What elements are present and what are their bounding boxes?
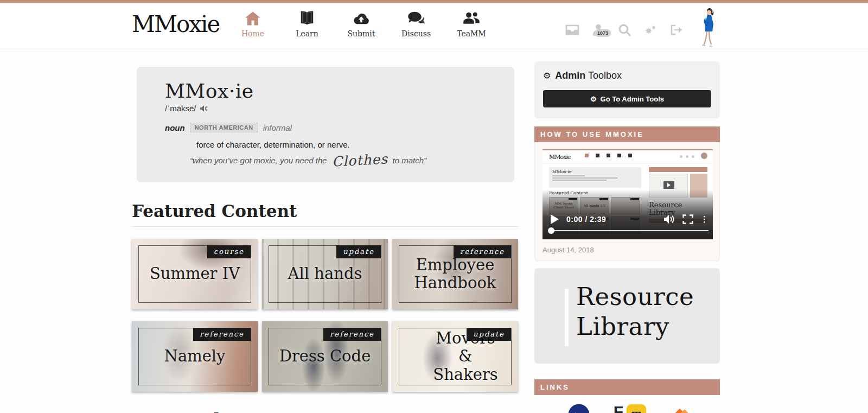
featured-card-movers-shakers[interactable]: update Movers & Shakers (392, 321, 518, 392)
resource-library-card[interactable]: ResourceLibrary (534, 268, 720, 364)
navy-mountain-logo[interactable] (561, 404, 596, 413)
pronunciation-text: /ˈmäksē/ (165, 104, 196, 113)
nav-item-discuss[interactable]: Discuss (401, 9, 431, 38)
to-complete-heading: To Complete (132, 410, 519, 413)
settings-gears-icon[interactable] (643, 23, 658, 37)
f-yellow-car-logo[interactable]: F (614, 404, 648, 413)
card-title: Dress Code (265, 347, 385, 365)
f-letter: F (614, 404, 623, 413)
nav-label: Submit (348, 29, 375, 38)
admin-button-label: Go To Admin Tools (601, 95, 664, 103)
definition-meta: noun NORTH AMERICAN informal (165, 123, 493, 132)
thumbnail-mini-def-word: MMox·ie (552, 169, 638, 174)
volume-icon[interactable] (663, 214, 675, 224)
card-badge: update (467, 328, 511, 341)
featured-cards-grid: course Summer IV update All hands refere… (132, 239, 519, 392)
gear-icon: ⚙ (543, 72, 551, 80)
thumbnail-mini-nav (585, 154, 632, 157)
resource-library-title: ResourceLibrary (576, 282, 694, 342)
resource-accent-bar (565, 289, 569, 346)
progress-knob[interactable] (548, 227, 554, 234)
header-actions: 1073 (565, 23, 684, 37)
video-controls: 0:00 / 2:39 ⋮ (542, 212, 713, 226)
speaker-icon[interactable] (200, 105, 208, 112)
chat-icon (407, 9, 425, 26)
nav-item-learn[interactable]: Learn (293, 9, 321, 38)
nav-label: Learn (296, 29, 318, 38)
card-badge: reference (454, 245, 511, 258)
site-logo[interactable]: MMoxie (132, 11, 219, 37)
video-player[interactable]: MMoxie MMox·ie Featured Content MM Terms… (542, 149, 713, 239)
play-button[interactable] (551, 214, 559, 224)
featured-card-all-hands[interactable]: update All hands (262, 239, 388, 309)
region-tag: NORTH AMERICAN (190, 123, 258, 132)
card-badge: reference (323, 328, 381, 341)
featured-divider (132, 226, 519, 227)
home-icon (245, 9, 261, 26)
featured-card-employee-handbook[interactable]: reference Employee Handbook (392, 239, 518, 309)
thumbnail-mini-band (649, 167, 707, 172)
featured-content-heading: Featured Content (132, 201, 519, 221)
video-time: 0:00 / 2:39 (566, 215, 606, 224)
featured-card-summer-iv[interactable]: course Summer IV (132, 239, 258, 309)
quote-script-word: Clothes (331, 151, 388, 169)
card-title: Employee Handbook (392, 256, 518, 293)
admin-title-bold: Admin (555, 70, 585, 81)
how-to-video-card: MMoxie MMox·ie Featured Content MM Terms… (534, 142, 720, 261)
thumbnail-mini-avatar (701, 153, 707, 159)
thumbnail-mini-definition: MMox·ie (549, 167, 641, 188)
card-title: All hands (274, 265, 376, 283)
card-badge: course (207, 245, 251, 258)
links-header: LINKS (534, 379, 720, 395)
quote-prefix: “when you’ve got moxie, you need the (190, 156, 327, 165)
admin-toolbox-title: ⚙ Admin Toolbox (543, 70, 711, 81)
definition-meaning: force of character, determination, or ne… (196, 140, 493, 149)
definition-quote: “when you’ve got moxie, you need the Clo… (190, 153, 493, 168)
nav-item-submit[interactable]: Submit (347, 9, 375, 38)
orange-arrow-logo[interactable] (666, 404, 694, 413)
fullscreen-icon[interactable] (682, 214, 693, 224)
featured-card-namely[interactable]: reference Namely (132, 321, 258, 392)
notification-badge: 1073 (595, 29, 611, 37)
book-icon (299, 9, 315, 26)
more-options-icon[interactable]: ⋮ (700, 217, 709, 221)
user-avatar-illustration[interactable] (696, 8, 719, 47)
nav-label: Discuss (401, 29, 431, 38)
video-progress-bar[interactable] (548, 227, 709, 234)
nav-item-teamm[interactable]: TeaMM (457, 9, 486, 38)
nav-label: TeaMM (457, 29, 486, 38)
sidebar: ⚙ Admin Toolbox ⚙ Go To Admin Tools HOW … (534, 48, 720, 413)
featured-card-dress-code[interactable]: reference Dress Code (262, 321, 388, 392)
gear-icon: ⚙ (590, 96, 597, 103)
part-of-speech: noun (165, 123, 185, 132)
definition-card: MMox·ie /ˈmäksē/ noun NORTH AMERICAN inf… (137, 67, 514, 182)
register-tag: informal (263, 123, 292, 132)
definition-word: MMox·ie (165, 80, 493, 102)
card-badge: reference (193, 328, 251, 341)
header: MMoxie Home Learn Submit (0, 3, 868, 48)
card-title: Namely (150, 347, 240, 365)
main-nav: Home Learn Submit Discuss (239, 9, 486, 38)
video-date: August 14, 2018 (542, 246, 712, 254)
go-to-admin-tools-button[interactable]: ⚙ Go To Admin Tools (543, 90, 711, 107)
definition-pronunciation: /ˈmäksē/ (165, 104, 493, 113)
nav-item-home[interactable]: Home (239, 9, 267, 38)
thumbnail-mini-logo: MMoxie (549, 154, 570, 161)
thumbnail-mini-actions (680, 155, 694, 158)
admin-title-rest: Toolbox (588, 70, 622, 81)
nav-label: Home (241, 29, 264, 38)
admin-toolbox-card: ⚙ Admin Toolbox ⚙ Go To Admin Tools (534, 61, 720, 118)
page: MMoxie Home Learn Submit (0, 0, 868, 413)
profile-icon[interactable]: 1073 (591, 23, 605, 37)
card-badge: update (336, 245, 381, 258)
main-content: MMox·ie /ˈmäksē/ noun NORTH AMERICAN inf… (132, 48, 519, 413)
progress-track (554, 230, 709, 232)
search-icon[interactable] (617, 23, 631, 37)
people-icon (463, 9, 480, 26)
how-to-use-header: HOW TO USE MMOXIE (534, 126, 720, 142)
quote-suffix: to match” (393, 156, 427, 165)
inbox-icon[interactable] (565, 23, 579, 37)
signout-icon[interactable] (669, 23, 684, 37)
links-row: F (534, 404, 720, 413)
thumbnail-mini-header: MMoxie (542, 149, 713, 163)
